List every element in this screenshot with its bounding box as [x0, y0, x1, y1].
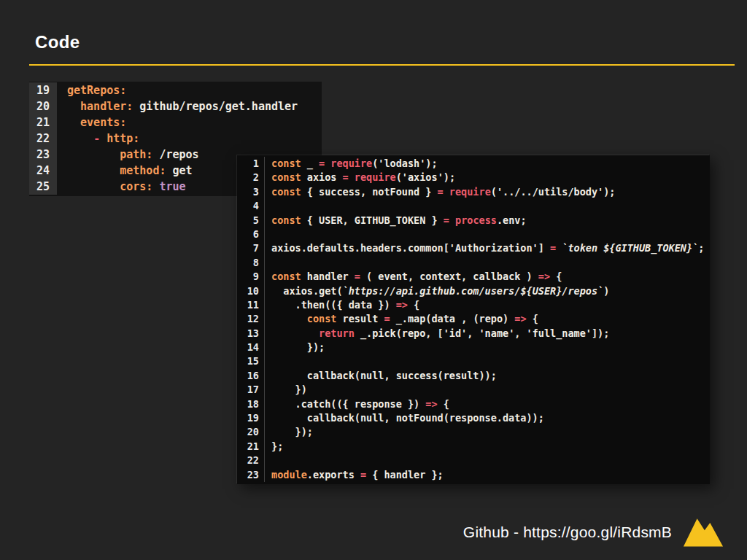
line-number: 17 — [237, 383, 265, 397]
footer: Github - https://goo.gl/iRdsmB — [463, 516, 724, 548]
code-line: 15 — [237, 354, 710, 368]
code-text: handler: github/repos/get.handler — [57, 98, 298, 114]
line-number: 20 — [29, 98, 57, 114]
code-text: const result = _.map(data , (repo) => { — [265, 312, 538, 326]
line-number: 6 — [237, 228, 265, 241]
code-line: 12 const result = _.map(data , (repo) =>… — [237, 312, 710, 326]
code-text — [265, 228, 271, 241]
code-line: 2const axios = require('axios'); — [237, 171, 710, 184]
code-text: return _.pick(repo, ['id', 'name', 'full… — [265, 327, 609, 341]
code-line: 20 handler: github/repos/get.handler — [29, 98, 322, 114]
code-line: 22 — [237, 454, 710, 467]
line-number: 3 — [237, 185, 265, 199]
code-text: .then(({ data }) => { — [265, 298, 419, 312]
code-line: 17 }) — [237, 383, 710, 397]
line-number: 12 — [237, 312, 265, 326]
line-number: 16 — [237, 369, 265, 383]
code-line: 21}; — [237, 440, 710, 454]
line-number: 15 — [237, 354, 265, 368]
presentation-slide: Code 19getRepos:20 handler: github/repos… — [0, 0, 747, 560]
code-text: events: — [57, 114, 126, 131]
line-number: 18 — [237, 397, 265, 411]
code-line: 6 — [237, 228, 710, 241]
line-number: 23 — [237, 468, 265, 482]
code-line: 8 — [237, 256, 710, 270]
code-line: 4 — [237, 199, 710, 213]
line-number: 8 — [237, 256, 265, 270]
mountain-logo-icon — [683, 516, 724, 548]
code-line: 5const { USER, GITHUB_TOKEN } = process.… — [237, 214, 710, 228]
line-number: 23 — [29, 147, 57, 163]
code-text: module.exports = { handler }; — [265, 468, 444, 482]
line-number: 10 — [237, 284, 265, 298]
code-line: 19getRepos: — [29, 82, 322, 98]
code-text: }); — [265, 425, 313, 439]
line-number: 22 — [237, 454, 265, 467]
line-number: 1 — [237, 157, 265, 171]
code-line: 19 callback(null, notFound(response.data… — [237, 411, 710, 425]
code-line: 21 events: — [29, 114, 322, 131]
line-number: 21 — [29, 114, 57, 131]
line-number: 19 — [237, 411, 265, 425]
code-text: - http: — [57, 131, 139, 147]
code-line: 7axios.defaults.headers.common['Authoriz… — [237, 241, 710, 255]
line-number: 21 — [237, 440, 265, 454]
line-number: 20 — [237, 425, 265, 439]
line-number: 24 — [29, 163, 57, 179]
code-line: 10 axios.get(`https://api.github.com/use… — [237, 284, 710, 298]
code-text: cors: true — [57, 179, 186, 195]
code-text: }) — [265, 383, 307, 397]
line-number: 5 — [237, 214, 265, 228]
code-text — [265, 454, 271, 467]
title-underline — [29, 64, 735, 66]
line-number: 4 — [237, 199, 265, 213]
code-line: 22 - http: — [29, 131, 322, 147]
page-title: Code — [35, 32, 80, 52]
code-line: 18 .catch(({ response }) => { — [237, 397, 710, 411]
code-line: 16 callback(null, success(result)); — [237, 369, 710, 383]
line-number: 22 — [29, 131, 57, 147]
code-line: 1const _ = require('lodash'); — [237, 157, 710, 171]
code-text: .catch(({ response }) => { — [265, 397, 449, 411]
line-number: 13 — [237, 327, 265, 341]
code-text: const axios = require('axios'); — [265, 171, 455, 184]
code-line: 9const handler = ( event, context, callb… — [237, 270, 710, 284]
line-number: 9 — [237, 270, 265, 284]
code-line: 3const { success, notFound } = require('… — [237, 185, 710, 199]
code-text: const { USER, GITHUB_TOKEN } = process.e… — [265, 214, 527, 228]
code-line: 13 return _.pick(repo, ['id', 'name', 'f… — [237, 327, 710, 341]
code-text: method: get — [57, 163, 193, 179]
code-text: const { success, notFound } = require('.… — [265, 185, 615, 199]
code-line: 11 .then(({ data }) => { — [237, 298, 710, 312]
line-number: 19 — [29, 82, 57, 98]
code-text: callback(null, notFound(response.data)); — [265, 411, 544, 425]
code-text: axios.get(`https://api.github.com/users/… — [265, 284, 609, 298]
line-number: 11 — [237, 298, 265, 312]
code-text: getRepos: — [57, 82, 126, 98]
code-text: const _ = require('lodash'); — [265, 157, 438, 171]
code-line: 14 }); — [237, 341, 710, 354]
line-number: 14 — [237, 341, 265, 354]
code-text: }; — [265, 440, 283, 454]
github-link: Github - https://goo.gl/iRdsmB — [463, 524, 672, 541]
code-text: callback(null, success(result)); — [265, 369, 497, 383]
code-text: axios.defaults.headers.common['Authoriza… — [265, 241, 704, 255]
code-block-handler-js: 1const _ = require('lodash');2const axio… — [237, 155, 710, 484]
line-number: 2 — [237, 171, 265, 184]
code-line: 20 }); — [237, 425, 710, 439]
line-number: 25 — [29, 179, 57, 195]
line-number: 7 — [237, 241, 265, 255]
code-text — [265, 256, 271, 270]
code-text — [265, 199, 271, 213]
code-text — [265, 354, 271, 368]
code-text: path: /repos — [57, 147, 199, 163]
code-line: 23module.exports = { handler }; — [237, 468, 710, 482]
code-text: const handler = ( event, context, callba… — [265, 270, 562, 284]
code-text: }); — [265, 341, 325, 354]
